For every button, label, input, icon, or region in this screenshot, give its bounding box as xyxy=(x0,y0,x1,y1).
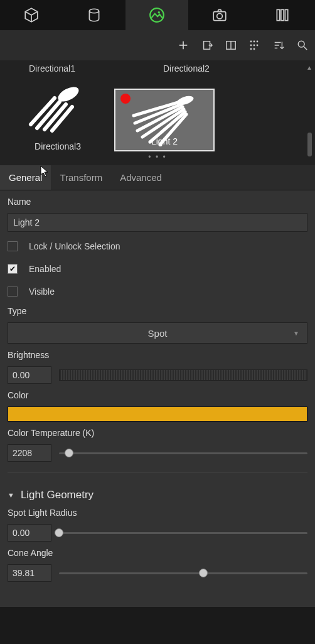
divider xyxy=(8,472,307,472)
properties-panel: Name Lock / Unlock Selection ✔ Enabled V… xyxy=(0,190,315,607)
gallery-scrollbar[interactable]: ▲ xyxy=(306,64,312,163)
duplicate-button[interactable] xyxy=(201,39,213,52)
visible-label: Visible xyxy=(29,287,55,297)
recording-indicator-icon xyxy=(120,94,131,104)
svg-point-4 xyxy=(217,13,223,19)
visible-checkbox[interactable] xyxy=(8,287,18,297)
tab-environment[interactable] xyxy=(125,0,188,30)
svg-point-12 xyxy=(254,41,255,43)
svg-point-18 xyxy=(254,48,255,50)
section-title: Light Geometry xyxy=(21,489,93,501)
svg-line-20 xyxy=(304,46,307,50)
gallery-item-light2[interactable]: Light 2 xyxy=(114,89,215,151)
scroll-handle[interactable] xyxy=(307,133,312,156)
columns-icon xyxy=(274,7,291,23)
gallery-item-label: Directional3 xyxy=(8,141,108,151)
chevron-down-icon: ▼ xyxy=(8,491,14,499)
cylinder-icon xyxy=(86,7,102,23)
spot-radius-label: Spot Light Radius xyxy=(8,508,307,518)
svg-point-0 xyxy=(89,9,99,13)
split-view-button[interactable] xyxy=(225,39,237,52)
color-temperature-slider[interactable] xyxy=(59,447,307,459)
panel-resize-handle[interactable]: • • • xyxy=(8,151,307,163)
type-select[interactable]: Spot ▼ xyxy=(8,322,307,344)
spot-radius-input[interactable] xyxy=(8,524,51,542)
lock-checkbox[interactable] xyxy=(8,241,18,251)
svg-point-16 xyxy=(257,45,259,46)
tab-general[interactable]: General xyxy=(0,165,51,190)
cone-angle-slider[interactable] xyxy=(59,567,307,579)
chevron-down-icon: ▼ xyxy=(293,330,299,337)
enabled-label: Enabled xyxy=(29,264,61,274)
gallery-item-label[interactable]: Directional2 xyxy=(163,63,210,74)
name-input[interactable] xyxy=(8,213,307,232)
main-tab-bar xyxy=(0,0,315,30)
spot-radius-slider[interactable] xyxy=(59,527,307,538)
add-button[interactable] xyxy=(177,39,190,52)
color-label: Color xyxy=(8,390,307,400)
gallery-item-label: Light 2 xyxy=(115,136,213,146)
tab-render[interactable] xyxy=(251,0,314,30)
cone-angle-label: Cone Angle xyxy=(8,548,307,558)
tab-geometry[interactable] xyxy=(0,0,63,30)
svg-point-15 xyxy=(254,45,255,46)
svg-point-2 xyxy=(158,11,160,13)
camera-icon xyxy=(211,7,228,23)
color-temperature-input[interactable] xyxy=(8,444,51,462)
svg-rect-6 xyxy=(281,9,284,20)
light-gallery: Directional1 Directional2 Directional3 xyxy=(0,60,315,165)
cone-angle-input[interactable] xyxy=(8,564,51,582)
gallery-item-label[interactable]: Directional1 xyxy=(29,63,75,74)
gallery-prev-row-labels: Directional1 Directional2 xyxy=(8,60,307,77)
svg-rect-7 xyxy=(285,9,287,20)
svg-point-17 xyxy=(250,48,252,50)
brightness-slider[interactable] xyxy=(59,369,307,381)
svg-point-11 xyxy=(250,41,252,43)
search-button[interactable] xyxy=(296,39,309,52)
type-label: Type xyxy=(8,306,307,316)
scroll-up-icon: ▲ xyxy=(306,64,312,71)
color-temperature-label: Color Temperature (K) xyxy=(8,428,307,438)
tab-advanced[interactable]: Advanced xyxy=(111,165,171,190)
light-geometry-header[interactable]: ▼ Light Geometry xyxy=(8,489,307,501)
landscape-icon xyxy=(149,7,165,23)
cube-icon xyxy=(23,7,40,23)
svg-point-14 xyxy=(250,45,252,46)
property-tab-bar: General Transform Advanced xyxy=(0,165,315,190)
name-label: Name xyxy=(8,197,307,207)
enabled-checkbox[interactable]: ✔ xyxy=(8,264,18,274)
color-swatch[interactable] xyxy=(8,407,307,422)
svg-rect-5 xyxy=(277,9,279,20)
directional-light-icon xyxy=(23,83,92,133)
sort-button[interactable] xyxy=(272,39,285,52)
type-value: Spot xyxy=(148,328,168,339)
tab-camera[interactable] xyxy=(188,0,251,30)
tab-transform[interactable]: Transform xyxy=(51,165,111,190)
gallery-toolbar xyxy=(0,30,315,60)
lock-label: Lock / Unlock Selection xyxy=(29,241,120,251)
svg-point-13 xyxy=(257,41,259,43)
list-view-button[interactable] xyxy=(248,39,261,52)
brightness-input[interactable] xyxy=(8,366,51,384)
tab-materials[interactable] xyxy=(63,0,125,30)
gallery-item-directional3[interactable]: Directional3 xyxy=(8,77,108,151)
svg-point-19 xyxy=(298,41,304,47)
brightness-label: Brightness xyxy=(8,350,307,360)
